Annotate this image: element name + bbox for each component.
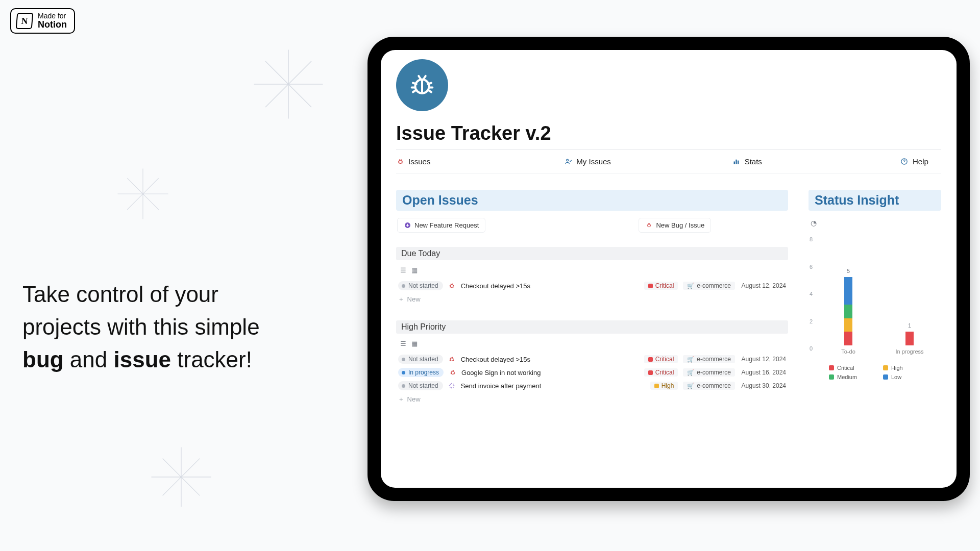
svg-point-9 bbox=[450, 285, 453, 288]
svg-point-1 bbox=[399, 160, 402, 163]
svg-rect-3 bbox=[734, 162, 736, 164]
sparkle-icon bbox=[148, 444, 214, 510]
high-priority-list: Not started Checkout delayed >15s Critic… bbox=[396, 353, 788, 392]
page-title: Issue Tracker v.2 bbox=[396, 122, 941, 144]
y-tick: 8 bbox=[810, 236, 813, 242]
plus-icon: + bbox=[399, 395, 403, 403]
new-feature-button[interactable]: New Feature Request bbox=[397, 218, 485, 233]
plus-icon: + bbox=[399, 295, 403, 303]
user-check-icon bbox=[564, 158, 572, 166]
x-category-label: To-do bbox=[841, 348, 855, 355]
chart-icon bbox=[732, 158, 741, 166]
badge-line1: Made for bbox=[38, 12, 67, 20]
marketing-tagline: Take control of your projects with this … bbox=[22, 278, 329, 375]
nav-tabs: Issues My Issues Stats Help bbox=[396, 150, 941, 173]
bar-total-label: 5 bbox=[847, 268, 850, 274]
priority-tag: Critical bbox=[644, 355, 678, 363]
category-tag: 🛒e-commerce bbox=[683, 282, 735, 290]
category-tag: 🛒e-commerce bbox=[683, 382, 735, 390]
x-category-label: In progress bbox=[895, 348, 923, 355]
grid-view-icon[interactable]: ▦ bbox=[411, 340, 418, 347]
tab-help[interactable]: Help bbox=[900, 157, 941, 166]
issue-title: Google Sign in not working bbox=[461, 369, 639, 377]
due-today-list: Not started Checkout delayed >15s Critic… bbox=[396, 279, 788, 292]
issue-date: August 30, 2024 bbox=[740, 382, 786, 389]
priority-tag: Critical bbox=[644, 368, 678, 377]
legend-item: Critical bbox=[829, 365, 869, 371]
badge-line2: Notion bbox=[38, 20, 67, 30]
svg-point-2 bbox=[567, 159, 569, 161]
tab-issues[interactable]: Issues bbox=[396, 157, 564, 166]
y-tick: 0 bbox=[810, 345, 813, 352]
bug-icon bbox=[396, 158, 404, 166]
bar-column: 5 bbox=[844, 277, 852, 345]
status-insight-heading: Status Insight bbox=[808, 190, 941, 211]
made-for-notion-badge: N Made for Notion bbox=[10, 8, 75, 34]
status-chip: Not started bbox=[398, 281, 443, 290]
y-tick: 4 bbox=[810, 291, 813, 297]
add-new-high-priority[interactable]: +New bbox=[396, 392, 788, 403]
bar-column: 1 bbox=[905, 332, 914, 345]
category-tag: 🛒e-commerce bbox=[683, 368, 735, 377]
sparkle-icon bbox=[448, 382, 456, 390]
bar-total-label: 1 bbox=[908, 322, 911, 329]
svg-point-8 bbox=[648, 224, 650, 227]
tablet-frame: Issue Tracker v.2 Issues My Issues Stats… bbox=[368, 37, 970, 501]
legend-item: High bbox=[883, 365, 923, 371]
issue-title: Checkout delayed >15s bbox=[461, 282, 639, 290]
high-priority-heading: High Priority bbox=[396, 320, 788, 334]
view-switcher: ☰ ▦ bbox=[396, 338, 788, 353]
issue-row[interactable]: Not started Send invoice after payment H… bbox=[396, 379, 788, 392]
sparkle-icon bbox=[115, 166, 171, 222]
issue-row[interactable]: In progress Google Sign in not working C… bbox=[396, 366, 788, 379]
app-screen: Issue Tracker v.2 Issues My Issues Stats… bbox=[381, 50, 957, 488]
svg-rect-5 bbox=[738, 161, 739, 164]
issue-title: Checkout delayed >15s bbox=[461, 356, 639, 363]
issue-title: Send invoice after payment bbox=[461, 382, 645, 390]
chart-legend: CriticalHighMediumLow bbox=[808, 365, 941, 380]
legend-item: Low bbox=[883, 374, 923, 380]
y-tick: 2 bbox=[810, 318, 813, 324]
bug-icon bbox=[448, 356, 456, 363]
list-view-icon[interactable]: ☰ bbox=[400, 340, 406, 347]
notion-logo-icon: N bbox=[16, 13, 34, 29]
plus-circle-icon bbox=[404, 222, 411, 229]
bug-icon bbox=[448, 282, 456, 290]
legend-item: Medium bbox=[829, 374, 869, 380]
issue-row[interactable]: Not started Checkout delayed >15s Critic… bbox=[396, 353, 788, 366]
add-new-due-today[interactable]: +New bbox=[396, 292, 788, 303]
status-chip: In progress bbox=[398, 368, 444, 377]
svg-point-10 bbox=[450, 358, 453, 361]
view-switcher: ☰ ▦ bbox=[396, 264, 788, 279]
bug-icon bbox=[645, 222, 652, 229]
grid-view-icon[interactable]: ▦ bbox=[411, 266, 418, 274]
bug-icon bbox=[449, 369, 456, 377]
issue-date: August 12, 2024 bbox=[740, 282, 786, 289]
status-chip: Not started bbox=[398, 355, 443, 364]
open-issues-heading: Open Issues bbox=[396, 190, 788, 211]
list-view-icon[interactable]: ☰ bbox=[400, 266, 406, 274]
issue-date: August 16, 2024 bbox=[740, 369, 786, 376]
category-tag: 🛒e-commerce bbox=[683, 355, 735, 363]
svg-point-11 bbox=[451, 371, 454, 374]
app-bug-icon bbox=[396, 59, 448, 111]
y-tick: 6 bbox=[810, 264, 813, 270]
due-today-heading: Due Today bbox=[396, 247, 788, 260]
issue-row[interactable]: Not started Checkout delayed >15s Critic… bbox=[396, 279, 788, 292]
tab-stats[interactable]: Stats bbox=[732, 157, 900, 166]
status-chip: Not started bbox=[398, 381, 443, 390]
issue-date: August 12, 2024 bbox=[740, 356, 786, 363]
tab-my-issues[interactable]: My Issues bbox=[564, 157, 732, 166]
clock-icon: ◔ bbox=[808, 218, 941, 228]
new-bug-button[interactable]: New Bug / Issue bbox=[639, 218, 711, 233]
priority-tag: Critical bbox=[644, 282, 678, 290]
priority-tag: High bbox=[650, 382, 678, 390]
help-icon bbox=[900, 158, 909, 166]
sparkle-icon bbox=[250, 46, 327, 122]
status-chart: 51 02468To-doIn progress bbox=[808, 231, 941, 364]
svg-rect-4 bbox=[736, 160, 737, 164]
